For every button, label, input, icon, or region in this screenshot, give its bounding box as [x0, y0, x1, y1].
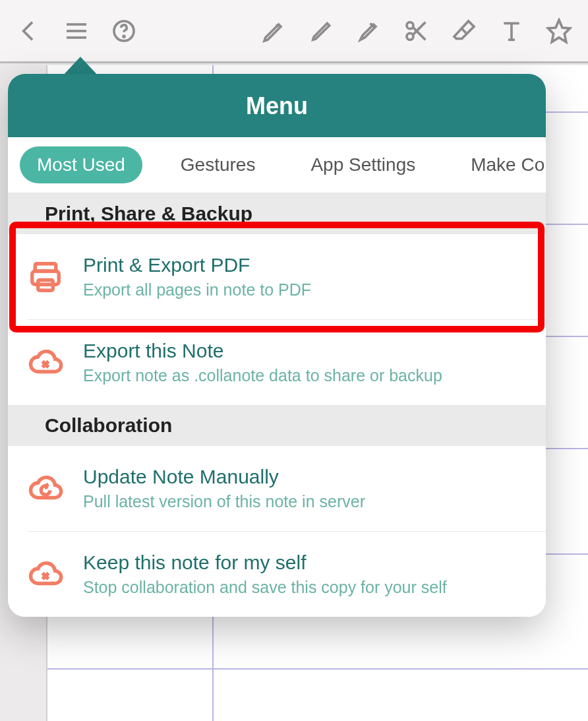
pen-tool-icon[interactable] — [258, 15, 290, 47]
tab-most-used[interactable]: Most Used — [20, 146, 142, 183]
svg-line-9 — [461, 28, 467, 34]
menu-item-export-this-note[interactable]: Export this Note Export note as .collano… — [28, 319, 546, 405]
scissors-tool-icon[interactable] — [401, 15, 432, 47]
menu-popover: Menu Most Used Gestures App Settings Mak… — [8, 74, 546, 617]
tab-app-settings[interactable]: App Settings — [293, 146, 432, 183]
cloud-x-icon — [26, 344, 65, 382]
tab-gestures[interactable]: Gestures — [163, 146, 273, 183]
menu-item-title: Keep this note for my self — [83, 551, 447, 574]
menu-tabbar: Most Used Gestures App Settings Make Col… — [8, 137, 546, 193]
menu-item-print-export-pdf[interactable]: Print & Export PDF Export all pages in n… — [8, 234, 546, 319]
cloud-refresh-icon — [26, 470, 65, 508]
cloud-x-icon — [26, 555, 65, 594]
menu-item-title: Update Note Manually — [83, 466, 365, 488]
text-tool-icon[interactable] — [496, 15, 527, 47]
menu-item-update-note-manually[interactable]: Update Note Manually Pull latest version… — [8, 446, 546, 531]
highlighter-tool-icon[interactable] — [353, 15, 385, 47]
help-icon[interactable] — [108, 15, 140, 47]
menu-item-keep-note-myself[interactable]: Keep this note for my self Stop collabor… — [28, 531, 546, 617]
section-header-collaboration: Collaboration — [8, 405, 546, 446]
popover-title: Menu — [8, 74, 546, 137]
eraser-tool-icon[interactable] — [448, 15, 480, 47]
menu-item-subtitle: Export note as .collanote data to share … — [83, 366, 442, 385]
svg-point-4 — [123, 36, 125, 37]
section-header-print-share-backup: Print, Share & Backup — [8, 193, 546, 234]
star-tool-icon[interactable] — [543, 15, 575, 47]
menu-item-title: Export this Note — [83, 340, 442, 362]
printer-icon — [26, 258, 65, 296]
menu-icon[interactable] — [61, 15, 92, 47]
back-icon[interactable] — [13, 15, 45, 47]
menu-item-subtitle: Export all pages in note to PDF — [83, 280, 311, 299]
top-toolbar — [0, 0, 588, 63]
menu-item-subtitle: Stop collaboration and save this copy fo… — [83, 578, 447, 597]
menu-item-title: Print & Export PDF — [83, 254, 311, 276]
tab-make-colla[interactable]: Make Colla — [454, 146, 546, 183]
svg-rect-15 — [32, 271, 59, 284]
pencil-tool-icon[interactable] — [306, 15, 338, 47]
menu-item-subtitle: Pull latest version of this note in serv… — [83, 492, 365, 511]
svg-marker-13 — [548, 20, 570, 42]
